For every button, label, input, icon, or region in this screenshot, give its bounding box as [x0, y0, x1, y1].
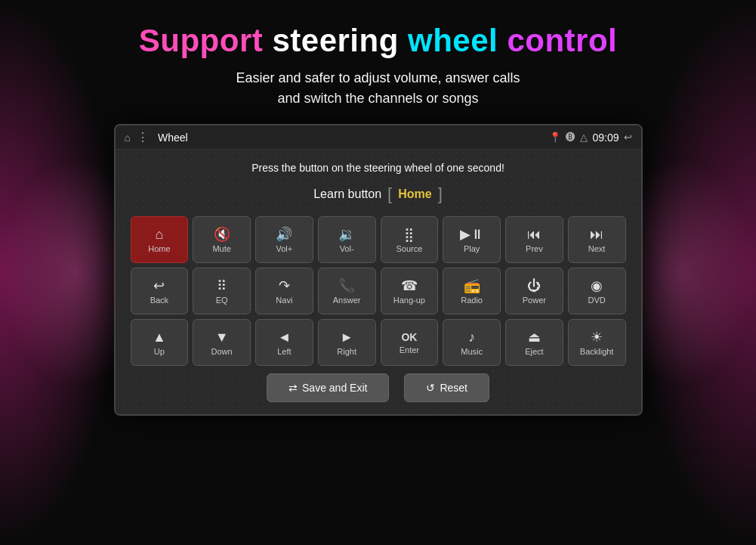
status-right-area: 📍 🅑 △ 09:09 ↩	[549, 132, 631, 144]
prev-btn-icon: ⏮	[527, 228, 541, 241]
answer-btn-icon: 📞	[338, 279, 355, 293]
btn-power[interactable]: ⏻ Power	[505, 268, 563, 314]
next-btn-icon: ⏭	[590, 228, 603, 241]
backlight-btn-icon: ☀	[591, 330, 603, 344]
bluetooth-icon: 🅑	[566, 132, 575, 143]
reset-button[interactable]: ↺ Reset	[404, 373, 489, 402]
mute-btn-label: Mute	[212, 244, 230, 253]
action-row: ⇄ Save and Exit ↺ Reset	[131, 373, 626, 402]
right-btn-label: Right	[337, 347, 356, 356]
home-btn-icon: ⌂	[155, 228, 163, 241]
btn-radio[interactable]: 📻 Radio	[443, 268, 501, 314]
eq-btn-icon: ⠿	[217, 279, 227, 293]
play-btn-icon: ▶⏸	[460, 228, 484, 241]
btn-eject[interactable]: ⏏ Eject	[505, 319, 563, 366]
left-btn-label: Left	[277, 347, 291, 356]
save-exit-button[interactable]: ⇄ Save and Exit	[267, 373, 389, 402]
btn-vol-minus[interactable]: 🔉 Vol-	[318, 216, 376, 263]
hangup-btn-icon: ☎	[401, 279, 418, 293]
eject-btn-icon: ⏏	[528, 330, 541, 344]
music-btn-icon: ♪	[468, 330, 475, 344]
page-title: Support steering wheel control	[139, 23, 617, 59]
btn-backlight[interactable]: ☀ Backlight	[568, 319, 626, 366]
mute-btn-icon: 🔇	[214, 228, 230, 241]
home-icon: ⌂	[125, 132, 131, 144]
status-title: Wheel	[158, 132, 543, 144]
reset-label: Reset	[440, 382, 467, 394]
down-btn-label: Down	[211, 347, 233, 356]
hangup-btn-label: Hang-up	[393, 296, 425, 305]
music-btn-label: Music	[461, 347, 483, 356]
power-btn-label: Power	[523, 296, 546, 305]
save-exit-icon: ⇄	[289, 382, 298, 394]
bracket-close: ]	[438, 184, 443, 204]
learn-button-label: Learn button	[313, 187, 381, 201]
title-support: Support	[139, 23, 263, 58]
btn-music[interactable]: ♪ Music	[443, 319, 501, 366]
btn-mute[interactable]: 🔇 Mute	[193, 216, 251, 263]
btn-home[interactable]: ⌂ Home	[131, 216, 189, 263]
answer-btn-label: Answer	[333, 296, 361, 305]
main-content: Support steering wheel control Easier an…	[0, 0, 756, 416]
bracket-open: [	[387, 184, 392, 204]
prev-btn-label: Prev	[526, 244, 543, 253]
location-icon: 📍	[549, 132, 561, 143]
vol-plus-btn-label: Vol+	[276, 244, 293, 253]
radio-btn-label: Radio	[461, 296, 483, 305]
btn-answer[interactable]: 📞 Answer	[318, 268, 376, 314]
title-control: control	[507, 23, 617, 58]
home-btn-label: Home	[148, 244, 170, 253]
btn-left[interactable]: ◄ Left	[255, 319, 313, 366]
instruction-text: Press the button on the steering wheel o…	[131, 162, 626, 174]
right-btn-icon: ►	[340, 330, 353, 344]
title-wheel: wheel	[408, 23, 507, 58]
next-btn-label: Next	[588, 244, 606, 253]
power-btn-icon: ⏻	[527, 279, 541, 293]
btn-navi[interactable]: ↷ Navi	[255, 268, 313, 314]
vol-minus-btn-icon: 🔉	[338, 228, 355, 241]
source-btn-icon: ⣿	[404, 228, 414, 241]
back-icon: ↩	[624, 132, 632, 143]
btn-up[interactable]: ▲ Up	[131, 319, 189, 366]
signal-icon: △	[580, 132, 588, 143]
btn-play[interactable]: ▶⏸ Play	[443, 216, 501, 263]
left-btn-icon: ◄	[277, 330, 291, 344]
app-content: Press the button on the steering wheel o…	[116, 150, 641, 414]
btn-eq[interactable]: ⠿ EQ	[193, 268, 251, 314]
status-bar: ⌂ ⋮ Wheel 📍 🅑 △ 09:09 ↩	[116, 125, 641, 150]
status-time: 09:09	[592, 132, 619, 144]
up-btn-icon: ▲	[153, 330, 166, 344]
btn-prev[interactable]: ⏮ Prev	[505, 216, 563, 263]
backlight-btn-label: Backlight	[580, 347, 614, 356]
reset-icon: ↺	[426, 382, 435, 394]
vol-plus-btn-icon: 🔊	[276, 228, 292, 241]
btn-dvd[interactable]: ◉ DVD	[568, 268, 626, 314]
learn-home-value: Home	[398, 187, 431, 201]
eject-btn-label: Eject	[525, 347, 543, 356]
dvd-btn-icon: ◉	[591, 279, 603, 293]
btn-back[interactable]: ↩ Back	[131, 268, 189, 314]
ok-btn-label: Enter	[400, 345, 419, 355]
title-steering: steering	[272, 23, 408, 58]
play-btn-label: Play	[464, 244, 480, 253]
btn-vol-plus[interactable]: 🔊 Vol+	[255, 216, 313, 263]
control-button-grid: ⌂ Home 🔇 Mute 🔊 Vol+ 🔉 Vol- ⣿ Sourc	[131, 216, 626, 366]
up-btn-label: Up	[154, 347, 165, 356]
source-btn-label: Source	[396, 244, 422, 253]
back-btn-label: Back	[150, 296, 168, 305]
ok-btn-icon: OK	[401, 332, 417, 342]
btn-right[interactable]: ► Right	[318, 319, 376, 366]
save-exit-label: Save and Exit	[302, 382, 367, 394]
btn-down[interactable]: ▼ Down	[193, 319, 251, 366]
btn-source[interactable]: ⣿ Source	[381, 216, 439, 263]
device-frame: ⌂ ⋮ Wheel 📍 🅑 △ 09:09 ↩ Press the button…	[114, 124, 643, 416]
back-btn-icon: ↩	[153, 279, 165, 293]
btn-ok[interactable]: OK Enter	[381, 319, 439, 366]
down-btn-icon: ▼	[215, 330, 229, 344]
eq-btn-label: EQ	[216, 296, 228, 305]
radio-btn-icon: 📻	[464, 279, 480, 293]
dvd-btn-label: DVD	[588, 296, 606, 305]
learn-button-row: Learn button [ Home ]	[131, 184, 626, 204]
btn-hangup[interactable]: ☎ Hang-up	[381, 268, 439, 314]
btn-next[interactable]: ⏭ Next	[568, 216, 626, 263]
